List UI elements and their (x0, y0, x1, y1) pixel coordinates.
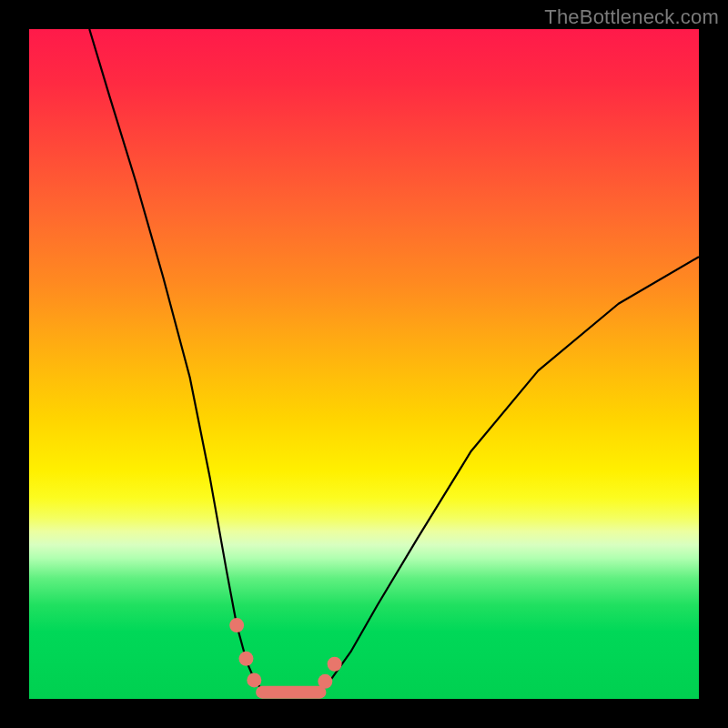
plot-area (29, 29, 699, 699)
marker-point (328, 657, 342, 672)
curve-right-branch (317, 257, 699, 691)
marker-point (318, 674, 332, 689)
marker-point (238, 652, 253, 666)
curve-left-branch (89, 29, 263, 691)
marker-point (229, 618, 244, 632)
marker-point (247, 672, 261, 687)
watermark-text: TheBottleneck.com (544, 5, 719, 29)
chart-frame: TheBottleneck.com (0, 0, 728, 728)
marker-points-group (229, 618, 341, 689)
chart-svg (29, 29, 699, 699)
